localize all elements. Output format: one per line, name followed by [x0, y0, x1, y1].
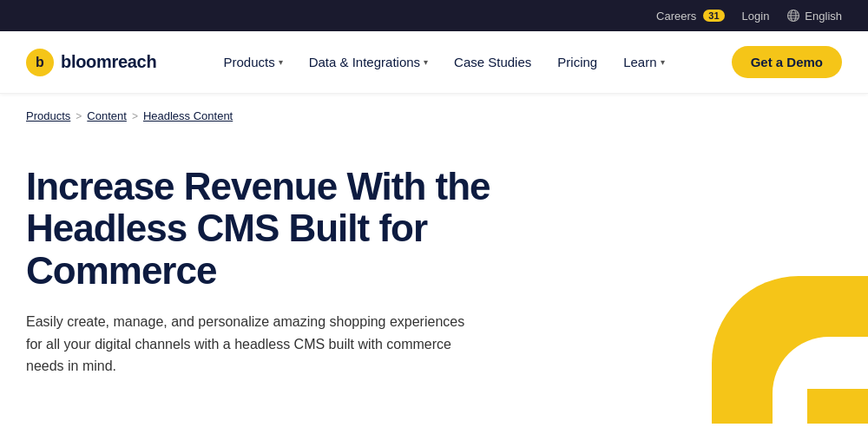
- breadcrumb: Products > Content > Headless Content: [26, 109, 842, 122]
- nav-pricing[interactable]: Pricing: [557, 55, 597, 69]
- get-demo-button[interactable]: Get a Demo: [732, 46, 842, 78]
- breadcrumb-sep-1: >: [76, 110, 82, 122]
- language-selector[interactable]: English: [786, 9, 842, 23]
- nav-learn[interactable]: Learn ▾: [623, 55, 664, 69]
- nav-learn-label: Learn: [623, 55, 656, 69]
- logo-icon: b: [26, 49, 54, 76]
- nav-products-label: Products: [223, 55, 274, 69]
- login-label: Login: [742, 10, 770, 23]
- hero-title: Increase Revenue With the Headless CMS B…: [26, 166, 547, 292]
- breadcrumb-content[interactable]: Content: [87, 109, 127, 122]
- yellow-rect: [807, 389, 868, 424]
- top-bar: Careers 31 Login English: [0, 0, 868, 31]
- logo[interactable]: b bloomreach: [26, 49, 156, 76]
- nav-data-integrations[interactable]: Data & Integrations ▾: [309, 55, 428, 69]
- breadcrumb-products[interactable]: Products: [26, 109, 70, 122]
- nav-data-integrations-label: Data & Integrations: [309, 55, 420, 69]
- breadcrumb-sep-2: >: [132, 110, 138, 122]
- careers-label: Careers: [656, 10, 696, 23]
- nav-case-studies-label: Case Studies: [454, 55, 531, 69]
- careers-link[interactable]: Careers 31: [656, 10, 725, 23]
- nav-links: Products ▾ Data & Integrations ▾ Case St…: [223, 55, 664, 69]
- main-navigation: b bloomreach Products ▾ Data & Integrati…: [0, 31, 868, 94]
- breadcrumb-area: Products > Content > Headless Content: [0, 94, 868, 131]
- globe-icon: [786, 9, 800, 23]
- nav-case-studies[interactable]: Case Studies: [454, 55, 531, 69]
- chevron-down-icon: ▾: [279, 57, 283, 67]
- language-label: English: [805, 10, 842, 23]
- breadcrumb-headless-content[interactable]: Headless Content: [143, 109, 233, 122]
- nav-pricing-label: Pricing: [557, 55, 597, 69]
- logo-text: bloomreach: [61, 52, 156, 72]
- nav-products[interactable]: Products ▾: [223, 55, 282, 69]
- chevron-down-icon: ▾: [424, 57, 428, 67]
- login-link[interactable]: Login: [742, 10, 770, 23]
- hero-content: Increase Revenue With the Headless CMS B…: [26, 166, 547, 378]
- hero-section: Increase Revenue With the Headless CMS B…: [0, 131, 868, 424]
- decorative-yellow-shape: [694, 259, 868, 424]
- hero-subtitle: Easily create, manage, and personalize a…: [26, 311, 477, 378]
- careers-badge: 31: [703, 10, 724, 22]
- chevron-down-icon: ▾: [661, 57, 665, 67]
